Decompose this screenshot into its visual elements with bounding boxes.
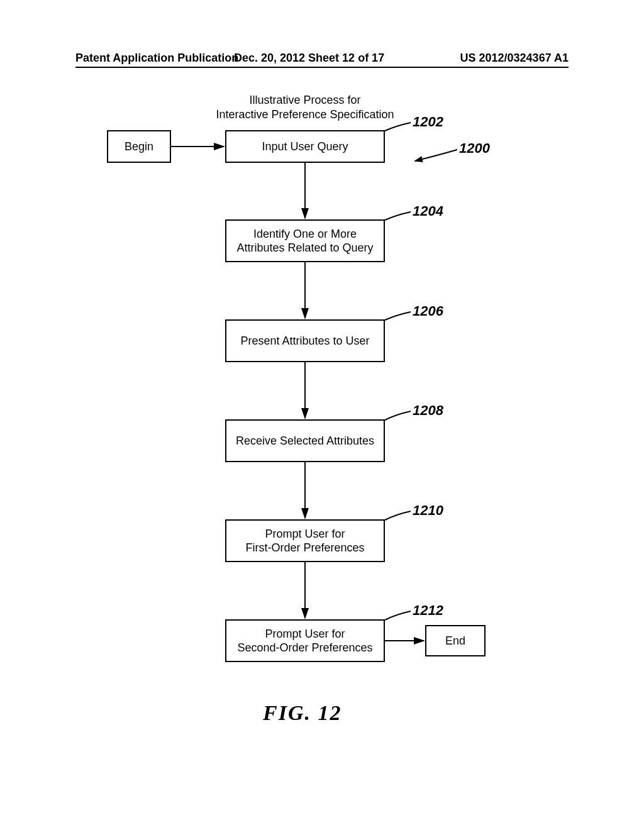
leader-1208 xyxy=(385,411,411,420)
page: Patent Application Publication Dec. 20, … xyxy=(0,0,644,830)
leader-1200 xyxy=(415,150,457,161)
leader-1212 xyxy=(385,611,411,620)
leader-1210 xyxy=(385,511,411,520)
leader-1204 xyxy=(385,212,411,220)
leader-1206 xyxy=(385,312,411,320)
leader-1202 xyxy=(385,123,411,131)
connectors-overlay xyxy=(0,0,644,830)
